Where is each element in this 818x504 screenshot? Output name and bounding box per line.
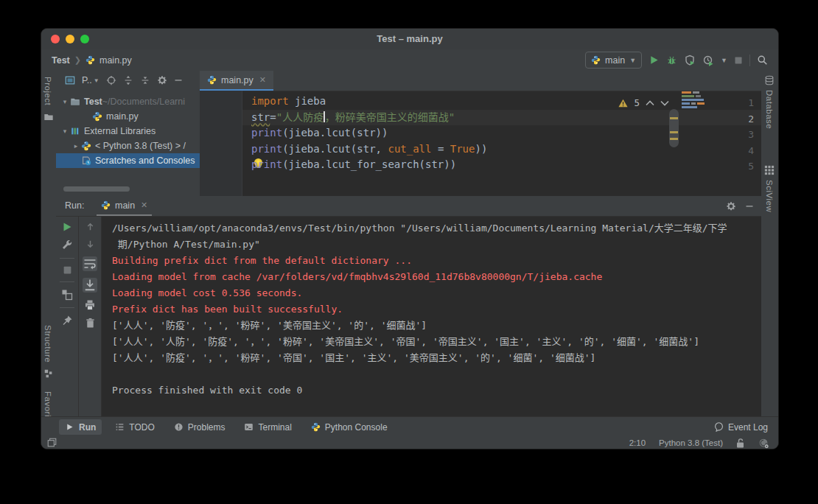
- console-output[interactable]: /Users/william/opt/anaconda3/envs/Test/b…: [101, 217, 761, 417]
- settings-gear-icon[interactable]: [726, 201, 736, 211]
- run-panel-header-actions: [726, 196, 754, 216]
- sciview-grid-icon[interactable]: [764, 165, 775, 175]
- run-button[interactable]: [649, 55, 660, 66]
- close-run-tab-icon[interactable]: ✕: [141, 200, 147, 210]
- problems-icon: [174, 422, 183, 432]
- expand-all-icon[interactable]: [123, 75, 133, 85]
- chevron-down-icon[interactable]: ▾: [60, 127, 69, 135]
- database-icon[interactable]: [764, 75, 775, 85]
- clear-console-trash-icon[interactable]: [85, 318, 96, 329]
- event-log-button[interactable]: Event Log: [714, 417, 768, 437]
- tool-window-bar: RunTODOProblemsTerminalPython Console Ev…: [41, 416, 778, 437]
- horizontal-scrollbar[interactable]: [63, 186, 130, 192]
- pin-tab-icon[interactable]: [61, 315, 73, 326]
- python-icon: [591, 55, 601, 65]
- project-view-icon[interactable]: [65, 75, 75, 85]
- unlocked-padlock-icon[interactable]: [736, 438, 745, 448]
- run-tab-main[interactable]: main ✕: [97, 196, 152, 216]
- tool-button-sciview[interactable]: SciView: [765, 180, 774, 212]
- event-log-label: Event Log: [728, 422, 768, 433]
- code-area[interactable]: 5 1import jieba2str="人人防疫，粉碎美帝国主义的细菌战"3: [200, 91, 761, 196]
- hide-panel-icon[interactable]: [745, 202, 754, 211]
- soft-wrap-toggle[interactable]: [83, 256, 97, 271]
- line-number[interactable]: 2: [724, 111, 754, 127]
- prev-warning-chevron-up-icon[interactable]: [646, 100, 654, 106]
- code-line-2[interactable]: str="人人防疫，粉碎美帝国主义的细菌战": [251, 110, 455, 126]
- tool-window-switcher-icon[interactable]: [47, 438, 57, 447]
- project-view-selector[interactable]: P.. ▼: [82, 75, 99, 85]
- console-line: ['人人', '人防', '防疫', '，', '粉碎', '美帝国主义', '…: [112, 334, 761, 350]
- locate-file-icon[interactable]: [106, 75, 116, 85]
- chevron-down-icon[interactable]: ▾: [60, 98, 69, 105]
- restore-layout-icon[interactable]: [61, 289, 73, 301]
- tool-window-button-terminal[interactable]: Terminal: [238, 419, 297, 435]
- breadcrumb-project[interactable]: Test: [52, 55, 70, 66]
- down-stack-trace-icon[interactable]: [85, 239, 96, 250]
- run-configuration-selector[interactable]: main ▼: [585, 52, 642, 69]
- line-number[interactable]: 1: [724, 95, 754, 111]
- code-token: (jieba.lcut_for_search(str)): [282, 158, 456, 170]
- todo-icon: [115, 422, 125, 432]
- code-line-4[interactable]: print(jieba.lcut(str, cut_all = True)): [251, 141, 487, 158]
- tree-item-path: ~/Documents/Learni: [102, 97, 185, 107]
- project-folder-icon[interactable]: [43, 112, 54, 122]
- tree-item-scratches-and-consoles[interactable]: Scratches and Consoles: [56, 153, 200, 168]
- tree-item--python-3-8-test-[interactable]: ▸< Python 3.8 (Test) > /: [56, 139, 200, 153]
- line-number[interactable]: 3: [724, 127, 754, 143]
- event-log-balloon-icon: [714, 422, 724, 432]
- code-line-3[interactable]: print(jieba.lcut(str)): [251, 125, 388, 141]
- settings-gear-icon[interactable]: [157, 75, 167, 85]
- next-warning-chevron-down-icon[interactable]: [660, 100, 669, 106]
- tree-item-label: External Libraries: [84, 126, 155, 136]
- editor-scrollbar[interactable]: [669, 109, 679, 147]
- tree-item-test[interactable]: ▾Test ~/Documents/Learni: [56, 94, 200, 109]
- breadcrumb-file[interactable]: main.py: [99, 55, 132, 66]
- edit-configuration-wrench-icon[interactable]: [61, 239, 73, 251]
- code-line-5[interactable]: print(jieba.lcut_for_search(str)): [251, 157, 456, 173]
- tool-window-button-python-console[interactable]: Python Console: [305, 419, 394, 435]
- console-line: 期/Python A/Test/main.py": [112, 237, 761, 253]
- background-tasks-icon[interactable]: [758, 438, 769, 449]
- print-icon[interactable]: [84, 299, 96, 311]
- tab-main-py[interactable]: main.py ✕: [200, 71, 273, 91]
- stop-button-disabled: [63, 265, 72, 275]
- chevron-down-icon: ▼: [94, 77, 99, 84]
- tool-window-button-todo[interactable]: TODO: [109, 419, 160, 435]
- warning-count: 5: [634, 95, 640, 111]
- interpreter-indicator[interactable]: Python 3.8 (Test): [659, 438, 723, 447]
- scroll-to-end-toggle[interactable]: [83, 278, 97, 293]
- hide-panel-icon[interactable]: [174, 76, 183, 85]
- run-tab-label: main: [115, 200, 135, 211]
- profiler-button[interactable]: [702, 55, 714, 66]
- project-panel: P.. ▼ ▾Test ~/Documents/Learnimain.py▾Ex…: [56, 71, 200, 196]
- code-token: (jieba.lcut(str,: [282, 143, 388, 155]
- profiler-chevron-down-icon[interactable]: ▼: [721, 57, 727, 64]
- code-token: =: [270, 111, 276, 123]
- line-number[interactable]: 4: [724, 143, 754, 159]
- chevron-right-icon[interactable]: ▸: [71, 142, 80, 150]
- python-file-icon: [207, 75, 217, 85]
- tool-window-buttons: RunTODOProblemsTerminalPython Console: [59, 417, 394, 437]
- tool-button-structure[interactable]: Structure: [43, 325, 52, 363]
- tree-item-external-libraries[interactable]: ▾External Libraries: [56, 124, 200, 139]
- caret-position[interactable]: 2:10: [629, 438, 646, 447]
- up-stack-trace-icon[interactable]: [85, 221, 96, 232]
- breadcrumb: Test ❯ main.py: [52, 49, 132, 71]
- run-with-coverage-button[interactable]: [684, 55, 696, 66]
- folder-icon: [70, 97, 80, 107]
- tool-button-project[interactable]: Project: [43, 77, 52, 105]
- search-everywhere-icon[interactable]: [757, 55, 768, 66]
- collapse-all-icon[interactable]: [140, 75, 150, 85]
- tree-item-main-py[interactable]: main.py: [56, 109, 200, 124]
- tool-window-button-problems[interactable]: Problems: [168, 419, 231, 435]
- line-number[interactable]: 5: [724, 158, 754, 175]
- console-line: /Users/william/opt/anaconda3/envs/Test/b…: [112, 220, 761, 237]
- close-tab-icon[interactable]: ✕: [259, 75, 266, 85]
- tool-window-button-run[interactable]: Run: [59, 419, 102, 435]
- code-line-1[interactable]: import jieba: [251, 94, 326, 110]
- rerun-button[interactable]: [61, 221, 73, 233]
- debug-button[interactable]: [666, 55, 677, 66]
- structure-icon[interactable]: [43, 368, 54, 379]
- tool-button-database[interactable]: Database: [765, 90, 774, 129]
- code-token: print: [251, 127, 282, 139]
